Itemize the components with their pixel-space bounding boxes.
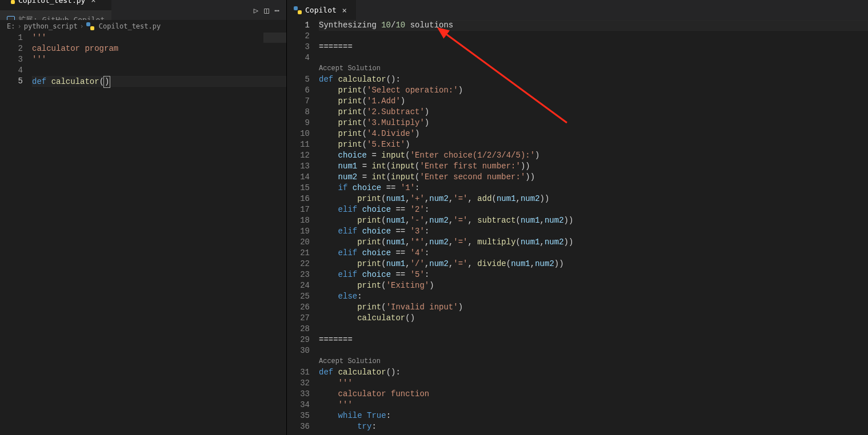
line-number[interactable]: 20 (287, 237, 310, 248)
tab-copilot[interactable]: Copilot× (287, 0, 357, 20)
close-icon[interactable]: × (340, 6, 349, 15)
line-number[interactable]: 15 (287, 183, 310, 194)
breadcrumb[interactable]: E:›python_script›Copilot_test.py (0, 20, 286, 33)
line-number[interactable]: 2 (287, 31, 310, 42)
line-number[interactable]: 3 (0, 54, 23, 65)
line-number[interactable]: 27 (287, 313, 310, 324)
line-number[interactable]: 32 (287, 378, 310, 389)
code-line[interactable]: print(num1,'+',num2,'=', add(num1,num2)) (319, 194, 868, 204)
code-line[interactable]: ''' (32, 33, 286, 43)
line-number[interactable]: 5 (287, 74, 310, 85)
tab-label: Copilot (305, 6, 337, 14)
line-number[interactable]: 16 (287, 194, 310, 204)
accept-solution-codelens[interactable]: Accept Solution (319, 63, 381, 74)
line-number[interactable]: 1 (287, 20, 310, 31)
line-number[interactable]: 23 (287, 269, 310, 280)
breadcrumb-segment[interactable]: python_script (24, 22, 78, 30)
code-line[interactable] (319, 324, 868, 335)
line-number[interactable]: 36 (287, 421, 310, 432)
code-line[interactable] (319, 31, 868, 42)
line-number[interactable]: 13 (287, 161, 310, 172)
code-line[interactable]: print('3.Multiply') (319, 118, 868, 128)
close-icon[interactable]: × (89, 0, 98, 5)
split-editor-icon[interactable]: ◫ (264, 6, 269, 15)
code-line[interactable]: print(num1,'*',num2,'=', multiply(num1,n… (319, 237, 868, 248)
code-line[interactable]: def calculator(): (319, 74, 868, 85)
line-number[interactable]: 29 (287, 335, 310, 345)
editor-left[interactable]: 12345 '''calculator program''' def calcu… (0, 33, 286, 435)
more-actions-icon[interactable]: ⋯ (275, 6, 279, 15)
code-line[interactable]: Synthesizing 10/10 solutions (319, 20, 868, 31)
code-line[interactable]: print(num1,'/',num2,'=', divide(num1,num… (319, 259, 868, 269)
minimap-icon[interactable] (263, 33, 286, 43)
code-line[interactable]: print('1.Add') (319, 96, 868, 107)
line-number[interactable]: 2 (0, 43, 23, 54)
line-number[interactable]: 1 (0, 33, 23, 43)
line-number[interactable]: 31 (287, 367, 310, 378)
code-line[interactable]: print('5.Exit') (319, 139, 868, 150)
line-number[interactable]: 17 (287, 204, 310, 215)
code-line[interactable]: print('Invalid input') (319, 302, 868, 313)
code-line[interactable]: ''' (32, 54, 286, 65)
line-number[interactable]: 33 (287, 389, 310, 400)
line-number[interactable]: 19 (287, 226, 310, 237)
code-line[interactable]: ======= (319, 335, 868, 345)
code-line[interactable]: if choice == '1': (319, 183, 868, 194)
code-line[interactable]: ''' (319, 378, 868, 389)
line-number[interactable]: 3 (287, 42, 310, 53)
code-line[interactable]: num2 = int(input('Enter second number:')… (319, 172, 868, 183)
code-line[interactable]: print('2.Subtract') (319, 107, 868, 118)
line-number[interactable]: 6 (287, 85, 310, 96)
code-line[interactable]: choice = input('Enter choice(1/2/3/4/5):… (319, 150, 868, 161)
line-number[interactable]: 30 (287, 345, 310, 356)
code-line[interactable]: def calculator() (32, 76, 286, 87)
line-number[interactable]: 9 (287, 118, 310, 128)
code-line[interactable] (32, 65, 286, 76)
line-number[interactable]: 10 (287, 128, 310, 139)
accept-solution-codelens[interactable]: Accept Solution (319, 356, 381, 367)
line-number[interactable]: 26 (287, 302, 310, 313)
code-line[interactable]: elif choice == '4': (319, 248, 868, 259)
breadcrumb-segment[interactable]: Copilot_test.py (99, 22, 161, 30)
line-number[interactable]: 21 (287, 248, 310, 259)
line-number[interactable]: 4 (0, 65, 23, 76)
breadcrumb-segment[interactable]: E: (7, 22, 15, 30)
line-number[interactable]: 5 (0, 76, 23, 87)
code-line[interactable]: calculator function (319, 389, 868, 400)
line-number[interactable]: 34 (287, 400, 310, 410)
code-line[interactable]: elif choice == '3': (319, 226, 868, 237)
line-number[interactable]: 12 (287, 150, 310, 161)
line-number[interactable]: 11 (287, 139, 310, 150)
editor-right[interactable]: 1234 56789101112131415161718192021222324… (287, 20, 868, 435)
code-line[interactable]: ======= (319, 42, 868, 53)
python-file-icon (7, 0, 15, 4)
code-line[interactable]: while True: (319, 410, 868, 421)
code-line[interactable]: print('4.Divide') (319, 128, 868, 139)
line-number[interactable]: 35 (287, 410, 310, 421)
line-number[interactable]: 4 (287, 53, 310, 63)
code-line[interactable] (319, 345, 868, 356)
code-line[interactable]: calculator() (319, 313, 868, 324)
code-line[interactable]: print('Exiting') (319, 280, 868, 291)
line-number[interactable]: 24 (287, 280, 310, 291)
line-number[interactable]: 14 (287, 172, 310, 183)
run-icon[interactable]: ▷ (254, 6, 258, 15)
code-line[interactable]: elif choice == '2': (319, 204, 868, 215)
line-number[interactable]: 28 (287, 324, 310, 335)
code-line[interactable]: calculator program (32, 43, 286, 54)
code-line[interactable]: print('Select operation:') (319, 85, 868, 96)
line-number[interactable]: 22 (287, 259, 310, 269)
line-number[interactable]: 25 (287, 291, 310, 302)
line-number[interactable]: 8 (287, 107, 310, 118)
code-line[interactable]: elif choice == '5': (319, 269, 868, 280)
line-number[interactable]: 7 (287, 96, 310, 107)
code-line[interactable]: def calculator(): (319, 367, 868, 378)
code-line[interactable]: print(num1,'-',num2,'=', subtract(num1,n… (319, 215, 868, 226)
tab-copilot-test-py[interactable]: Copilot_test.py× (0, 0, 112, 10)
code-line[interactable]: else: (319, 291, 868, 302)
line-number[interactable]: 18 (287, 215, 310, 226)
code-line[interactable] (319, 53, 868, 63)
code-line[interactable]: num1 = int(input('Enter first number:')) (319, 161, 868, 172)
code-line[interactable]: try: (319, 421, 868, 432)
code-line[interactable]: ''' (319, 400, 868, 410)
